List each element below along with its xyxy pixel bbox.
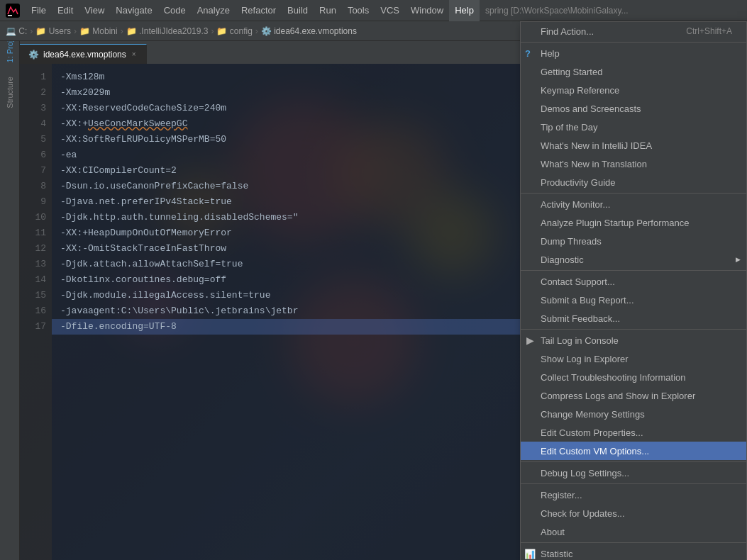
tail-log-bullet: ▶ — [526, 335, 534, 346]
menu-check-updates[interactable]: Check for Updates... — [521, 504, 746, 522]
menu-find-action[interactable]: Find Action... Ctrl+Shift+A — [521, 22, 746, 40]
svg-rect-1 — [8, 15, 12, 16]
menu-debug-log[interactable]: Debug Log Settings... — [521, 464, 746, 482]
menu-submit-bug[interactable]: Submit a Bug Report... — [521, 291, 746, 309]
menu-help[interactable]: Help — [449, 0, 480, 21]
menu-tip-of-day[interactable]: Tip of the Day — [521, 118, 746, 136]
menu-activity-monitor[interactable]: Activity Monitor... — [521, 195, 746, 213]
breadcrumb-users[interactable]: 📁 Users — [35, 26, 71, 36]
menu-analyze-plugin[interactable]: Analyze Plugin Startup Performance — [521, 213, 746, 232]
menu-separator-7 — [521, 542, 746, 543]
tab-icon: ⚙️ — [28, 50, 39, 60]
line-numbers: 1 2 3 4 5 6 7 8 9 10 11 12 13 14 15 16 1… — [20, 64, 52, 560]
menu-window[interactable]: Window — [405, 0, 449, 21]
menu-whats-new-translation[interactable]: What's New in Translation — [521, 155, 746, 173]
menu-bar: File Edit View Navigate Code Analyze Ref… — [0, 0, 747, 21]
menu-collect-troubleshooting[interactable]: Collect Troubleshooting Information — [521, 368, 746, 386]
menu-contact-support[interactable]: Contact Support... — [521, 272, 746, 291]
menu-show-log[interactable]: Show Log in Explorer — [521, 349, 746, 368]
menu-demos-screencasts[interactable]: Demos and Screencasts — [521, 99, 746, 118]
help-icon: ? — [525, 48, 531, 59]
menu-separator-2 — [521, 193, 746, 194]
menu-register[interactable]: Register... — [521, 486, 746, 504]
breadcrumb-file[interactable]: ⚙️ idea64.exe.vmoptions — [261, 26, 357, 36]
menu-separator-1 — [521, 42, 746, 43]
menu-edit-custom-vm[interactable]: Edit Custom VM Options... — [521, 442, 746, 460]
menu-statistic[interactable]: 📊 Statistic — [521, 544, 746, 560]
app-logo — [3, 1, 23, 21]
menu-tail-log[interactable]: ▶ Tail Log in Console — [521, 331, 746, 349]
breadcrumb-intellij[interactable]: 📁 .IntelliJIdea2019.3 — [126, 26, 209, 36]
menu-view[interactable]: View — [79, 0, 110, 21]
menu-change-memory[interactable]: Change Memory Settings — [521, 405, 746, 423]
menu-separator-3 — [521, 270, 746, 271]
statistic-icon: 📊 — [524, 549, 536, 559]
menu-refactor[interactable]: Refactor — [236, 0, 282, 21]
menu-getting-started[interactable]: Getting Started — [521, 62, 746, 81]
menu-run[interactable]: Run — [314, 0, 342, 21]
menu-whats-new-intellij[interactable]: What's New in IntelliJ IDEA — [521, 136, 746, 155]
left-sidebar: 1: Project Structure — [0, 21, 20, 560]
breadcrumb-drive[interactable]: 💻 C: — [6, 26, 27, 36]
menu-separator-4 — [521, 329, 746, 330]
menu-dump-threads[interactable]: Dump Threads — [521, 232, 746, 250]
project-title: spring [D:\WorkSpace\MobiniGalaxy... — [480, 6, 747, 16]
menu-compress-logs[interactable]: Compress Logs and Show in Explorer — [521, 386, 746, 405]
sidebar-tab-structure[interactable]: Structure — [4, 71, 16, 114]
menu-separator-6 — [521, 483, 746, 484]
menu-productivity-guide[interactable]: Productivity Guide — [521, 173, 746, 191]
tab-label: idea64.exe.vmoptions — [43, 50, 126, 60]
menu-file[interactable]: File — [26, 0, 52, 21]
menu-edit[interactable]: Edit — [52, 0, 79, 21]
menu-about[interactable]: About — [521, 522, 746, 541]
menu-diagnostic[interactable]: Diagnostic — [521, 250, 746, 269]
tab-close-button[interactable]: × — [131, 50, 138, 59]
breadcrumb-mobini[interactable]: 📁 Mobini — [79, 26, 118, 36]
tab-vmoptions[interactable]: ⚙️ idea64.exe.vmoptions × — [20, 44, 147, 64]
menu-keymap-reference[interactable]: Keymap Reference — [521, 81, 746, 99]
menu-tools[interactable]: Tools — [342, 0, 375, 21]
menu-code[interactable]: Code — [158, 0, 192, 21]
menu-edit-custom-props[interactable]: Edit Custom Properties... — [521, 423, 746, 442]
menu-submit-feedback[interactable]: Submit Feedback... — [521, 309, 746, 327]
menu-help-item[interactable]: ? Help — [521, 44, 746, 62]
menu-vcs[interactable]: VCS — [375, 0, 405, 21]
menu-analyze[interactable]: Analyze — [192, 0, 236, 21]
menu-separator-5 — [521, 461, 746, 462]
menu-navigate[interactable]: Navigate — [110, 0, 157, 21]
breadcrumb-config[interactable]: 📁 config — [216, 26, 252, 36]
help-dropdown-menu: Find Action... Ctrl+Shift+A ? Help Getti… — [520, 21, 747, 560]
menu-build[interactable]: Build — [282, 0, 314, 21]
